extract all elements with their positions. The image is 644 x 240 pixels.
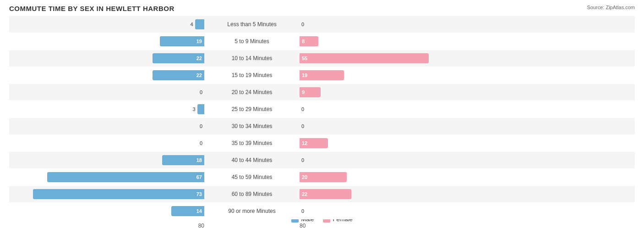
male-bar: 22 <box>153 53 204 63</box>
female-bar: 22 <box>300 189 351 199</box>
male-bar: 18 <box>162 155 204 165</box>
left-section: 73 <box>9 189 206 199</box>
right-section: 0 <box>298 104 495 114</box>
male-value: 22 <box>194 73 204 78</box>
female-value: 0 <box>301 157 304 163</box>
female-bar: 55 <box>300 53 429 63</box>
male-bar <box>195 19 205 29</box>
right-section: 8 <box>298 36 495 46</box>
female-value: 22 <box>300 191 310 197</box>
row-label: 45 to 59 Minutes <box>206 174 298 180</box>
male-value: 4 <box>190 22 193 27</box>
male-bar <box>197 104 204 114</box>
chart-row: 73 60 to 89 Minutes 22 <box>9 186 635 202</box>
female-bar: 19 <box>300 70 344 80</box>
chart-row: 19 5 to 9 Minutes 8 <box>9 33 635 50</box>
female-value: 20 <box>300 174 310 180</box>
right-section: 22 <box>298 189 495 199</box>
male-value: 19 <box>194 39 204 44</box>
female-bar: 20 <box>300 172 347 182</box>
right-section: 0 <box>298 121 495 131</box>
male-bar: 14 <box>171 206 204 216</box>
row-label: 40 to 44 Minutes <box>206 157 298 163</box>
chart-row: 3 25 to 29 Minutes 0 <box>9 101 635 117</box>
chart-title: COMMUTE TIME BY SEX IN HEWLETT HARBOR <box>9 5 635 12</box>
male-value: 22 <box>194 56 204 61</box>
right-section: 0 <box>298 19 495 29</box>
female-bar: 9 <box>300 87 321 97</box>
female-value: 9 <box>300 89 307 95</box>
left-section: 3 <box>9 104 206 114</box>
right-section: 0 <box>298 155 495 165</box>
male-value: 3 <box>193 106 196 112</box>
chart-row: 4 Less than 5 Minutes 0 <box>9 16 635 33</box>
left-section: 4 <box>9 19 206 29</box>
male-bar: 73 <box>33 189 204 199</box>
right-section: 0 <box>298 206 495 216</box>
male-value: 0 <box>200 123 202 129</box>
chart-row: 18 40 to 44 Minutes 0 <box>9 152 635 168</box>
male-value: 18 <box>194 157 204 163</box>
female-value: 0 <box>301 208 304 214</box>
male-bar: 67 <box>47 172 204 182</box>
left-section: 19 <box>9 36 206 46</box>
chart-row: 67 45 to 59 Minutes 20 <box>9 169 635 185</box>
row-label: 20 to 24 Minutes <box>206 89 298 95</box>
female-value: 8 <box>300 39 307 44</box>
axis-right-label: 80 <box>300 223 306 229</box>
left-section: 0 <box>9 121 206 131</box>
female-value: 0 <box>301 106 304 112</box>
left-section: 22 <box>9 53 206 63</box>
row-label: 90 or more Minutes <box>206 208 298 214</box>
male-bar: 19 <box>160 36 204 46</box>
right-section: 12 <box>298 138 495 148</box>
left-section: 14 <box>9 206 206 216</box>
chart-container: COMMUTE TIME BY SEX IN HEWLETT HARBOR So… <box>0 0 644 240</box>
right-section: 20 <box>298 172 495 182</box>
female-value: 0 <box>301 22 304 27</box>
female-value: 0 <box>301 123 304 129</box>
left-section: 18 <box>9 155 206 165</box>
right-section: 9 <box>298 87 495 97</box>
female-bar: 8 <box>300 36 318 46</box>
chart-row: 0 35 to 39 Minutes 12 <box>9 135 635 151</box>
row-label: 10 to 14 Minutes <box>206 55 298 61</box>
axis-right: 80 <box>298 223 495 229</box>
row-label: Less than 5 Minutes <box>206 21 298 28</box>
row-label: 5 to 9 Minutes <box>206 38 298 45</box>
male-value: 73 <box>194 191 204 197</box>
chart-row: 0 30 to 34 Minutes 0 <box>9 118 635 134</box>
male-value: 67 <box>194 174 204 180</box>
right-section: 55 <box>298 53 495 63</box>
female-value: 55 <box>300 56 310 61</box>
row-label: 15 to 19 Minutes <box>206 72 298 78</box>
left-section: 0 <box>9 138 206 148</box>
left-section: 22 <box>9 70 206 80</box>
axis-row: 80 80 <box>9 221 635 230</box>
left-section: 67 <box>9 172 206 182</box>
right-section: 19 <box>298 70 495 80</box>
chart-row: 0 20 to 24 Minutes 9 <box>9 84 635 100</box>
female-value: 19 <box>300 73 310 78</box>
chart-row: 22 15 to 19 Minutes 19 <box>9 67 635 84</box>
female-value: 12 <box>300 140 310 146</box>
male-value: 0 <box>200 89 202 95</box>
axis-left-label: 80 <box>198 223 204 229</box>
chart-row: 14 90 or more Minutes 0 <box>9 203 635 219</box>
source-label: Source: ZipAtlas.com <box>587 5 635 10</box>
row-label: 30 to 34 Minutes <box>206 123 298 129</box>
male-value: 0 <box>200 140 202 146</box>
female-bar: 12 <box>300 138 328 148</box>
male-bar: 22 <box>153 70 204 80</box>
chart-row: 22 10 to 14 Minutes 55 <box>9 50 635 67</box>
male-value: 14 <box>194 208 204 214</box>
axis-left: 80 <box>9 223 206 229</box>
row-label: 35 to 39 Minutes <box>206 140 298 146</box>
row-label: 25 to 29 Minutes <box>206 106 298 112</box>
row-label: 60 to 89 Minutes <box>206 191 298 197</box>
left-section: 0 <box>9 87 206 97</box>
chart-area: 4 Less than 5 Minutes 0 19 5 to 9 Minute… <box>9 16 635 212</box>
